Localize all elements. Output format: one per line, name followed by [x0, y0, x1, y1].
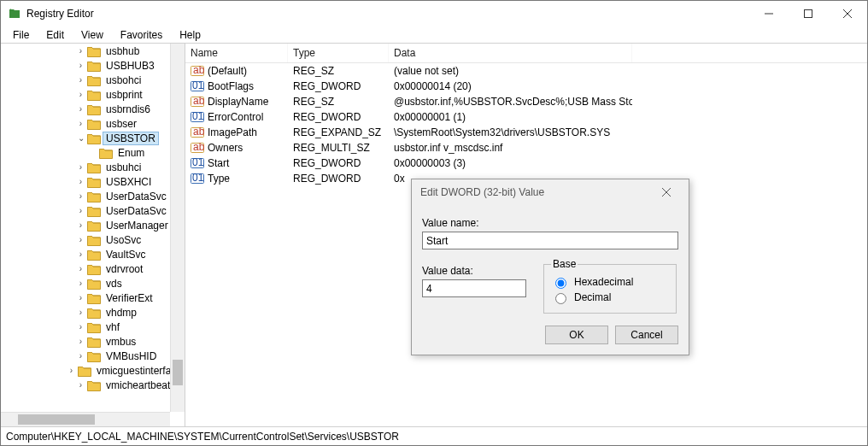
menu-file[interactable]: File — [6, 29, 36, 41]
tree-item-label: UserManager — [103, 220, 171, 232]
tree-item[interactable]: ›vmbus — [1, 334, 185, 349]
chevron-right-icon[interactable]: › — [76, 177, 85, 186]
menu-view[interactable]: View — [74, 29, 110, 41]
base-fieldset: Base Hexadecimal Decimal — [543, 258, 677, 314]
value-name: Type — [208, 173, 230, 185]
tree-item[interactable]: ›vmicguestinterface — [1, 363, 185, 378]
value-data: \SystemRoot\System32\drivers\USBSTOR.SYS — [394, 126, 610, 138]
tree-item[interactable]: ›usbprint — [1, 87, 185, 102]
column-header-name[interactable]: Name — [185, 44, 288, 62]
chevron-right-icon[interactable]: › — [76, 308, 85, 317]
tree-item-label: vhdmp — [103, 307, 139, 319]
value-type: REG_DWORD — [293, 80, 361, 92]
column-header-type[interactable]: Type — [288, 44, 389, 62]
chevron-right-icon[interactable]: › — [76, 351, 85, 361]
chevron-right-icon[interactable]: › — [76, 46, 85, 56]
edit-dword-dialog: Edit DWORD (32-bit) Value Value name: Va… — [411, 179, 689, 355]
chevron-right-icon[interactable]: › — [76, 104, 85, 114]
tree-item-label: usbohci — [103, 74, 144, 86]
list-row[interactable]: 011StartREG_DWORD0x00000003 (3) — [185, 156, 867, 171]
value-data-field[interactable] — [422, 279, 526, 297]
registry-tree[interactable]: ›usbhub›USBHUB3›usbohci›usbprint›usbrndi… — [1, 44, 185, 426]
tree-item[interactable]: ›VerifierExt — [1, 290, 185, 305]
cancel-button[interactable]: Cancel — [615, 326, 678, 344]
radio-decimal[interactable]: Decimal — [551, 290, 669, 304]
menu-favorites[interactable]: Favorites — [114, 29, 169, 41]
tree-item[interactable]: ›vhf — [1, 320, 185, 334]
tree-item-label: UserDataSvc — [103, 205, 169, 217]
chevron-right-icon[interactable]: › — [76, 337, 85, 346]
tree-item[interactable]: ›usbohci — [1, 73, 185, 87]
value-data: 0x00000014 (20) — [394, 80, 472, 92]
tree-item[interactable]: ›usbser — [1, 116, 185, 131]
list-row[interactable]: 011BootFlagsREG_DWORD0x00000014 (20) — [185, 79, 867, 94]
tree-item[interactable]: ›UserDataSvc — [1, 189, 185, 203]
radio-hex-input[interactable] — [555, 278, 566, 289]
tree-item[interactable]: ›vds — [1, 276, 185, 290]
value-type: REG_EXPAND_SZ — [293, 126, 381, 138]
chevron-right-icon[interactable]: › — [76, 220, 85, 230]
tree-item[interactable]: ›UserManager — [1, 218, 185, 232]
chevron-right-icon[interactable]: › — [76, 119, 85, 128]
chevron-right-icon[interactable]: › — [76, 162, 85, 172]
tree-item-label: usbprint — [103, 89, 145, 101]
scroll-thumb[interactable] — [173, 360, 183, 385]
tree-item[interactable]: ›VMBusHID — [1, 349, 185, 363]
chevron-right-icon[interactable]: › — [67, 366, 76, 375]
tree-item[interactable]: Enum — [1, 145, 185, 160]
tree-item[interactable]: ›usbrndis6 — [1, 102, 185, 116]
tree-item-label: VaultSvc — [103, 249, 148, 261]
value-data: (value not set) — [394, 65, 459, 77]
tree-item-label: vmbus — [103, 336, 138, 348]
tree-item[interactable]: ⌄USBSTOR — [1, 131, 185, 145]
chevron-right-icon[interactable]: › — [76, 191, 85, 201]
tree-item[interactable]: ›VaultSvc — [1, 247, 185, 261]
scroll-thumb[interactable] — [18, 414, 95, 425]
list-row[interactable]: abDisplayNameREG_SZ@usbstor.inf,%USBSTOR… — [185, 94, 867, 109]
value-data: 0x00000003 (3) — [394, 157, 466, 169]
tree-item[interactable]: ›usbhub — [1, 44, 185, 58]
chevron-right-icon[interactable]: › — [76, 293, 85, 302]
chevron-right-icon[interactable]: › — [76, 61, 85, 70]
chevron-right-icon[interactable]: › — [76, 380, 85, 390]
value-name: Owners — [208, 142, 243, 154]
tree-item[interactable]: ›UsoSvc — [1, 232, 185, 247]
tree-item-label: vdrvroot — [103, 263, 145, 275]
chevron-right-icon[interactable]: › — [76, 206, 85, 215]
window-titlebar: Registry Editor — [1, 1, 867, 26]
radio-hexadecimal[interactable]: Hexadecimal — [551, 275, 669, 289]
tree-item-label: USBXHCI — [103, 176, 154, 188]
minimize-button[interactable] — [749, 1, 789, 26]
chevron-right-icon[interactable]: › — [76, 90, 85, 99]
tree-item[interactable]: ›UserDataSvc — [1, 203, 185, 218]
chevron-right-icon[interactable]: › — [76, 235, 85, 244]
tree-vertical-scrollbar[interactable] — [170, 44, 185, 412]
list-row[interactable]: ab(Default)REG_SZ(value not set) — [185, 63, 867, 79]
chevron-right-icon[interactable]: › — [76, 279, 85, 288]
chevron-right-icon[interactable]: › — [76, 264, 85, 273]
chevron-right-icon[interactable]: › — [76, 322, 85, 332]
column-header-data[interactable]: Data — [389, 44, 632, 62]
tree-item[interactable]: ›USBXHCI — [1, 174, 185, 189]
chevron-right-icon[interactable]: › — [76, 75, 85, 85]
radio-dec-input[interactable] — [555, 293, 566, 304]
list-row[interactable]: abImagePathREG_EXPAND_SZ\SystemRoot\Syst… — [185, 125, 867, 140]
tree-item[interactable]: ›vmicheartbeat — [1, 378, 185, 392]
list-row[interactable]: 011ErrorControlREG_DWORD0x00000001 (1) — [185, 109, 867, 125]
dialog-close-button[interactable] — [653, 179, 680, 205]
chevron-down-icon[interactable]: ⌄ — [76, 133, 85, 143]
menu-edit[interactable]: Edit — [39, 29, 71, 41]
tree-item[interactable]: ›vhdmp — [1, 305, 185, 320]
maximize-button[interactable] — [789, 1, 828, 26]
tree-item[interactable]: ›usbuhci — [1, 160, 185, 174]
close-button[interactable] — [828, 1, 867, 26]
tree-horizontal-scrollbar[interactable] — [1, 412, 170, 426]
tree-item[interactable]: ›USBHUB3 — [1, 58, 185, 73]
ok-button[interactable]: OK — [545, 326, 608, 344]
menu-help[interactable]: Help — [173, 29, 208, 41]
list-row[interactable]: abOwnersREG_MULTI_SZusbstor.inf v_mscdsc… — [185, 140, 867, 156]
svg-text:011: 011 — [192, 172, 204, 184]
value-name-field[interactable] — [422, 232, 678, 249]
chevron-right-icon[interactable]: › — [76, 249, 85, 259]
tree-item[interactable]: ›vdrvroot — [1, 261, 185, 276]
